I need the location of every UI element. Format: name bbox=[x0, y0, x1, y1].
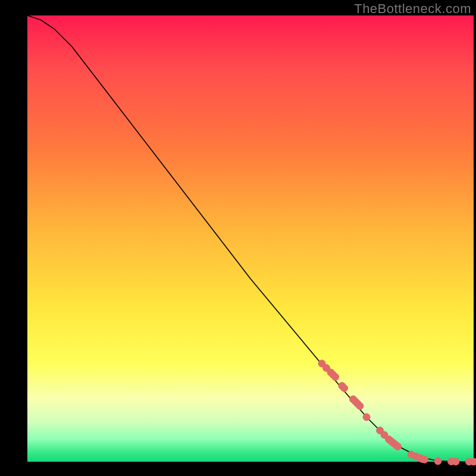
chart-stage: TheBottleneck.com bbox=[0, 0, 476, 476]
data-point bbox=[341, 384, 348, 392]
data-point bbox=[470, 458, 476, 465]
data-point bbox=[421, 456, 428, 463]
chart-svg bbox=[27, 15, 474, 462]
data-point bbox=[332, 374, 339, 381]
data-point bbox=[394, 443, 402, 450]
bottleneck-curve bbox=[27, 15, 474, 462]
data-point bbox=[356, 402, 364, 409]
plot-area bbox=[27, 15, 474, 462]
data-point bbox=[452, 458, 459, 465]
data-point bbox=[434, 458, 441, 465]
attribution-label: TheBottleneck.com bbox=[354, 1, 471, 17]
data-point bbox=[363, 414, 370, 421]
scatter-points bbox=[318, 360, 476, 465]
